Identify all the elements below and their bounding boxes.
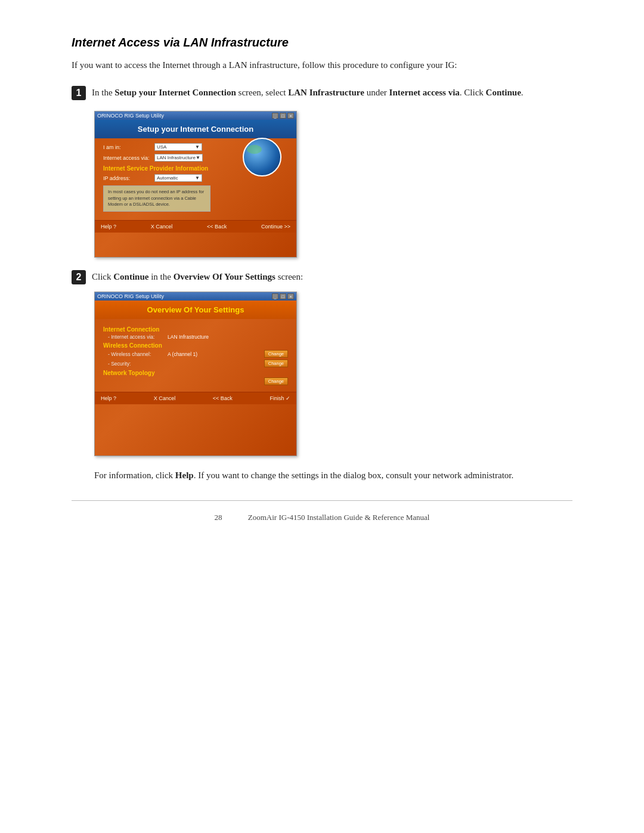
dropdown-arrow-3: ▼ (195, 175, 200, 181)
network-topology-row: Change (103, 377, 288, 385)
win-minimize-2[interactable]: _ (272, 293, 278, 299)
globe-decoration (243, 138, 290, 185)
outro-text: For information, click Help. If you want… (94, 468, 572, 482)
step1-text: In the Setup your Internet Connection sc… (92, 85, 524, 100)
ip-select[interactable]: Automatic ▼ (154, 174, 202, 182)
intro-text: If you want to access the Internet throu… (72, 58, 572, 72)
win-maximize-1[interactable]: □ (280, 113, 286, 119)
step2-number: 2 (72, 270, 86, 284)
overview-content: Internet Connection - Internet access vi… (95, 319, 296, 392)
step2-container: 2 Click Continue in the Overview Of Your… (72, 270, 572, 284)
step1-bold3: Internet access via (389, 88, 460, 97)
dropdown-arrow-2: ▼ (196, 155, 200, 160)
ip-label: IP address: (103, 175, 151, 181)
security-label: - Security: (108, 361, 168, 367)
wireless-channel-change-button[interactable]: Change (264, 350, 288, 358)
step1-bold4: Continue (486, 88, 521, 97)
step1-number: 1 (72, 86, 86, 100)
info-box-1: In most cases you do not need an IP addr… (103, 185, 210, 212)
step1-bold2: LAN Infrastructure (288, 88, 364, 97)
wireless-channel-row: - Wireless channel: A (channel 1) Change (103, 350, 288, 358)
win-controls-2: _ □ × (272, 293, 294, 299)
internet-access-overview-row: - Internet access via: LAN Infrastructur… (103, 334, 288, 340)
screen2-body: Overview Of Your Settings Internet Conne… (95, 301, 296, 456)
internet-connection-title: Internet Connection (103, 326, 288, 333)
screen1-body: Setup your Internet Connection I am in: … (95, 120, 296, 257)
step2-bold1: Continue (113, 272, 148, 281)
internet-access-overview-value: LAN Infrastructure (168, 334, 209, 340)
back-button-2[interactable]: << Back (213, 395, 233, 401)
network-topology-change-button[interactable]: Change (264, 377, 288, 385)
security-change-button[interactable]: Change (264, 360, 288, 367)
win-title-1: ORINOCO RIG Setup Utility (97, 113, 164, 119)
step2-text: Click Continue in the Overview Of Your S… (92, 270, 303, 284)
page-content: Internet Access via LAN Infrastructure I… (72, 36, 572, 522)
help-bold: Help (175, 470, 194, 480)
screen1-header: Setup your Internet Connection (95, 120, 296, 138)
step1-bold1: Setup your Internet Connection (114, 88, 236, 97)
internet-access-label: Internet access via: (103, 155, 151, 161)
win-close-2[interactable]: × (287, 293, 294, 299)
win-minimize-1[interactable]: _ (272, 113, 278, 119)
help-button-2[interactable]: Help ? (101, 395, 116, 401)
manual-title: ZoomAir IG-4150 Installation Guide & Ref… (248, 513, 430, 522)
continue-button-1[interactable]: Continue >> (261, 224, 290, 230)
finish-button-2[interactable]: Finish ✓ (270, 395, 290, 401)
step1-container: 1 In the Setup your Internet Connection … (72, 85, 572, 100)
network-topology-title: Network Topology (103, 370, 288, 376)
cancel-button-1[interactable]: X Cancel (151, 224, 173, 230)
step2-bold2: Overview Of Your Settings (174, 272, 275, 281)
screenshot1: ORINOCO RIG Setup Utility _ □ × Setup yo… (94, 111, 297, 258)
dropdown-arrow-1: ▼ (195, 144, 200, 150)
page-footer: 28 ZoomAir IG-4150 Installation Guide & … (72, 513, 572, 522)
win-controls-1: _ □ × (272, 113, 294, 119)
wireless-connection-title: Wireless Connection (103, 342, 288, 349)
screenshot2: ORINOCO RIG Setup Utility _ □ × Overview… (94, 292, 297, 456)
globe-icon (243, 138, 281, 176)
i-am-in-select[interactable]: USA ▼ (154, 143, 202, 151)
internet-access-overview-label: - Internet access via: (108, 334, 168, 340)
page-divider (72, 500, 572, 501)
internet-access-select[interactable]: LAN Infrastructure ▼ (154, 154, 203, 162)
page-number: 28 (215, 513, 222, 522)
win-close-1[interactable]: × (287, 113, 294, 119)
security-row: - Security: Change (103, 360, 288, 367)
section-title: Internet Access via LAN Infrastructure (72, 36, 572, 49)
back-button-1[interactable]: << Back (207, 224, 227, 230)
win-maximize-2[interactable]: □ (280, 293, 286, 299)
i-am-in-label: I am in: (103, 144, 151, 150)
cancel-button-2[interactable]: X Cancel (154, 395, 176, 401)
wireless-channel-label: - Wireless channel: (108, 351, 168, 357)
help-button-1[interactable]: Help ? (101, 224, 116, 230)
screen2-header: Overview Of Your Settings (95, 301, 296, 319)
screen1-form: I am in: USA ▼ Internet access via: LAN … (95, 138, 296, 220)
screen2-footer: Help ? X Cancel << Back Finish ✓ (95, 392, 296, 404)
screen1-footer: Help ? X Cancel << Back Continue >> (95, 220, 296, 233)
win-titlebar-1: ORINOCO RIG Setup Utility _ □ × (95, 112, 296, 120)
wireless-channel-value: A (channel 1) (168, 351, 197, 357)
win-title-2: ORINOCO RIG Setup Utility (97, 293, 164, 299)
win-titlebar-2: ORINOCO RIG Setup Utility _ □ × (95, 292, 296, 301)
